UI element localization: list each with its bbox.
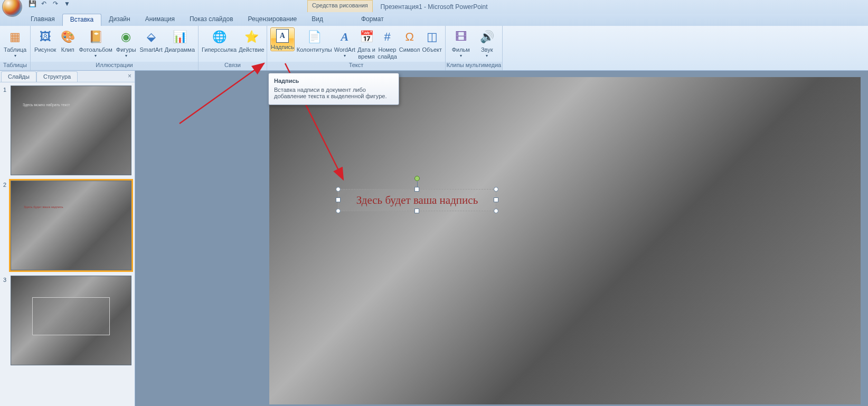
- tooltip: Надпись Вставка надписи в документ либо …: [268, 73, 399, 105]
- slide-canvas-area[interactable]: Здесь будет ваша надпись: [135, 71, 868, 406]
- picture-label: Рисунок: [34, 46, 56, 53]
- album-icon: 📔: [87, 29, 104, 45]
- movie-icon: 🎞: [452, 29, 469, 45]
- ribbon: ▦ Таблица ▾ Таблицы 🖼Рисунок 🎨Клип 📔Фото…: [0, 26, 868, 71]
- qat-dropdown-icon[interactable]: ▼: [62, 0, 72, 8]
- tab-design[interactable]: Дизайн: [101, 14, 137, 26]
- tab-slideshow[interactable]: Показ слайдов: [182, 14, 241, 26]
- slide-number: 3: [3, 276, 11, 365]
- group-illustrations-label: Иллюстрации: [31, 62, 198, 70]
- hyperlink-icon: 🌐: [211, 29, 228, 45]
- tab-home[interactable]: Главная: [23, 14, 62, 26]
- slide-thumbnail-3[interactable]: 3: [3, 276, 131, 365]
- tab-animation[interactable]: Анимация: [138, 14, 182, 26]
- shapes-label: Фигуры: [116, 46, 136, 53]
- chevron-down-icon: ▾: [95, 53, 97, 58]
- thumb-text: Здесь можно набрать текст: [23, 103, 70, 107]
- headerfooter-button[interactable]: 📄Колонтитулы: [297, 27, 332, 53]
- album-label: Фотоальбом: [79, 46, 112, 53]
- slide[interactable]: Здесь будет ваша надпись: [269, 77, 861, 404]
- resize-handle-w[interactable]: [336, 197, 341, 202]
- photoalbum-button[interactable]: 📔Фотоальбом▾: [79, 27, 112, 58]
- hyperlink-label: Гиперссылка: [202, 46, 237, 53]
- thumbnail-list: 1 Здесь можно набрать текст 2 Здесь буде…: [0, 82, 135, 406]
- panel-tab-slides[interactable]: Слайды: [1, 71, 36, 82]
- symbol-button[interactable]: ΩСимвол: [399, 27, 420, 53]
- group-tables-label: Таблицы: [0, 62, 30, 70]
- panel-tabs: Слайды Структура ×: [0, 71, 135, 82]
- hyperlink-button[interactable]: 🌐Гиперссылка: [202, 27, 237, 53]
- resize-handle-sw[interactable]: [336, 209, 341, 213]
- slide-panel: Слайды Структура × 1 Здесь можно набрать…: [0, 71, 135, 406]
- slide-thumbnail-2[interactable]: 2 Здесь будет ваша надпись: [3, 181, 131, 270]
- chart-label: Диаграмма: [165, 46, 195, 53]
- wordart-icon: A: [336, 29, 353, 45]
- resize-handle-e[interactable]: [494, 197, 498, 202]
- picture-button[interactable]: 🖼Рисунок: [34, 27, 56, 53]
- panel-tab-outline[interactable]: Структура: [36, 71, 78, 82]
- redo-icon[interactable]: ↷: [51, 0, 60, 8]
- text-box-content[interactable]: Здесь будет ваша надпись: [356, 194, 478, 207]
- datetime-label: Дата и время: [357, 46, 375, 60]
- group-text-label: Текст: [267, 62, 445, 70]
- sound-label: Звук: [481, 46, 493, 53]
- resize-handle-se[interactable]: [494, 209, 498, 213]
- table-button[interactable]: ▦ Таблица ▾: [3, 27, 27, 58]
- tooltip-title: Надпись: [274, 78, 393, 84]
- resize-handle-ne[interactable]: [494, 187, 498, 192]
- table-icon: ▦: [7, 29, 24, 45]
- workspace: Слайды Структура × 1 Здесь можно набрать…: [0, 71, 868, 406]
- action-button[interactable]: ⭐Действие: [239, 27, 264, 53]
- object-icon: ◫: [423, 29, 440, 45]
- wordart-label: WordArt: [334, 46, 355, 53]
- smartart-button[interactable]: ⬙SmartArt: [139, 27, 162, 53]
- slide-thumbnail-1[interactable]: 1 Здесь можно набрать текст: [3, 86, 131, 175]
- smartart-icon: ⬙: [143, 29, 159, 45]
- tab-view[interactable]: Вид: [304, 14, 331, 26]
- tab-insert[interactable]: Вставка: [62, 14, 102, 26]
- group-links: 🌐Гиперссылка ⭐Действие Связи: [199, 26, 267, 70]
- chart-button[interactable]: 📊Диаграмма: [165, 27, 195, 53]
- resize-handle-nw[interactable]: [336, 187, 341, 192]
- movie-button[interactable]: 🎞Фильм▾: [449, 27, 473, 58]
- action-icon: ⭐: [243, 29, 260, 45]
- clip-label: Клип: [61, 46, 74, 53]
- slidenum-button[interactable]: #Номер слайда: [378, 27, 397, 60]
- movie-label: Фильм: [452, 46, 470, 53]
- chevron-down-icon: ▾: [125, 53, 127, 58]
- symbol-label: Символ: [399, 46, 420, 53]
- rotate-handle[interactable]: [414, 176, 420, 181]
- ribbon-tabs: Главная Вставка Дизайн Анимация Показ сл…: [0, 14, 868, 26]
- smartart-label: SmartArt: [139, 46, 162, 53]
- resize-handle-s[interactable]: [414, 209, 419, 213]
- sound-icon: 🔊: [478, 29, 495, 45]
- wordart-button[interactable]: AWordArt▾: [334, 27, 355, 58]
- save-icon[interactable]: 💾: [27, 0, 37, 8]
- action-label: Действие: [239, 46, 264, 53]
- datetime-icon: 📅: [358, 29, 375, 45]
- group-tables: ▦ Таблица ▾ Таблицы: [0, 26, 31, 70]
- text-box[interactable]: Здесь будет ваша надпись: [338, 189, 496, 211]
- tab-review[interactable]: Рецензирование: [241, 14, 305, 26]
- group-media-label: Клипы мультимедиа: [446, 62, 502, 70]
- group-text: AНадпись 📄Колонтитулы AWordArt▾ 📅Дата и …: [267, 26, 446, 70]
- chevron-down-icon: ▾: [344, 53, 346, 58]
- undo-icon[interactable]: ↶: [39, 0, 49, 8]
- object-button[interactable]: ◫Объект: [422, 27, 442, 53]
- object-label: Объект: [422, 46, 442, 53]
- thumb-placeholder: [32, 297, 110, 335]
- datetime-button[interactable]: 📅Дата и время: [357, 27, 375, 60]
- close-icon[interactable]: ×: [128, 72, 131, 80]
- resize-handle-n[interactable]: [414, 187, 419, 192]
- tab-format[interactable]: Формат: [354, 14, 391, 26]
- group-media: 🎞Фильм▾ 🔊Звук▾ Клипы мультимедиа: [446, 26, 503, 70]
- quick-access-toolbar: 💾 ↶ ↷ ▼: [27, 0, 72, 8]
- app-title: Презентация1 - Microsoft PowerPoint: [380, 3, 487, 11]
- textbox-button[interactable]: AНадпись: [270, 27, 295, 51]
- tooltip-body: Вставка надписи в документ либо добавлен…: [274, 87, 393, 99]
- sound-button[interactable]: 🔊Звук▾: [475, 27, 499, 58]
- shapes-button[interactable]: ◉Фигуры▾: [115, 27, 137, 58]
- clip-button[interactable]: 🎨Клип: [59, 27, 77, 53]
- group-links-label: Связи: [199, 62, 267, 70]
- table-label: Таблица: [4, 46, 26, 53]
